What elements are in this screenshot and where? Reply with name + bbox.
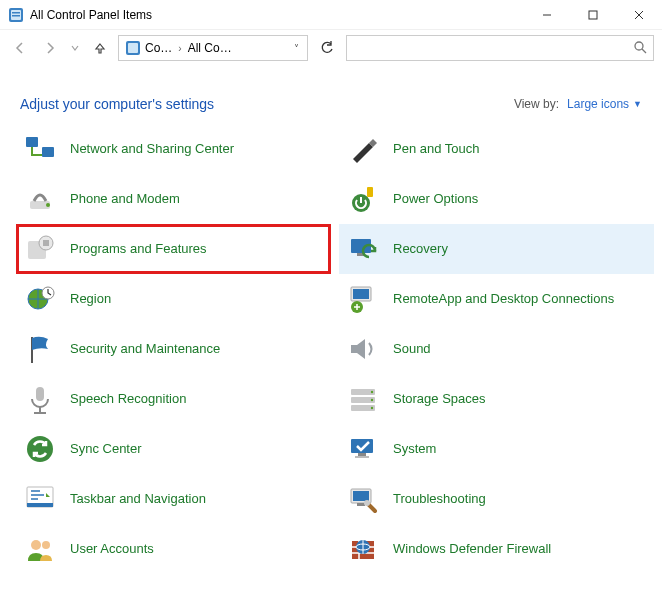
item-label: Taskbar and Navigation xyxy=(70,491,206,507)
item-label: Network and Sharing Center xyxy=(70,141,234,157)
item-label: System xyxy=(393,441,436,457)
item-recovery[interactable]: Recovery xyxy=(339,224,654,274)
item-label: Security and Maintenance xyxy=(70,341,220,357)
svg-rect-3 xyxy=(12,15,20,17)
svg-rect-5 xyxy=(589,11,597,19)
item-label: Troubleshooting xyxy=(393,491,486,507)
item-sync-center[interactable]: Sync Center xyxy=(16,424,331,474)
svg-rect-17 xyxy=(367,187,373,197)
svg-point-50 xyxy=(42,541,50,549)
titlebar: All Control Panel Items xyxy=(0,0,662,30)
recovery-icon xyxy=(345,231,381,267)
svg-line-11 xyxy=(642,49,646,53)
item-label: Pen and Touch xyxy=(393,141,480,157)
item-defender-firewall[interactable]: Windows Defender Firewall xyxy=(339,524,654,574)
item-label: Region xyxy=(70,291,111,307)
item-label: Recovery xyxy=(393,241,448,257)
svg-rect-27 xyxy=(353,289,369,299)
window-buttons xyxy=(524,0,662,29)
viewby-label: View by: xyxy=(514,97,559,111)
svg-rect-12 xyxy=(26,137,38,147)
system-icon xyxy=(345,431,381,467)
programs-icon xyxy=(22,231,58,267)
item-pen-touch[interactable]: Pen and Touch xyxy=(339,124,654,174)
viewby-dropdown[interactable]: Large icons ▼ xyxy=(567,97,642,111)
item-label: RemoteApp and Desktop Connections xyxy=(393,291,614,307)
address-bar[interactable]: Co… › All Co… ˅ xyxy=(118,35,308,61)
item-storage-spaces[interactable]: Storage Spaces xyxy=(339,374,654,424)
search-box[interactable] xyxy=(346,35,654,61)
item-label: Programs and Features xyxy=(70,241,207,257)
back-button[interactable] xyxy=(8,36,32,60)
item-taskbar-navigation[interactable]: Taskbar and Navigation xyxy=(16,474,331,524)
svg-rect-42 xyxy=(355,456,369,458)
control-panel-icon xyxy=(8,7,24,23)
address-segment-2[interactable]: All Co… xyxy=(188,41,232,55)
item-power-options[interactable]: Power Options xyxy=(339,174,654,224)
item-label: Windows Defender Firewall xyxy=(393,541,551,557)
svg-point-37 xyxy=(371,399,373,401)
users-icon xyxy=(22,531,58,567)
power-icon xyxy=(345,181,381,217)
item-label: User Accounts xyxy=(70,541,154,557)
region-icon xyxy=(22,281,58,317)
svg-point-38 xyxy=(371,407,373,409)
minimize-button[interactable] xyxy=(524,0,570,29)
item-sound[interactable]: Sound xyxy=(339,324,654,374)
address-dropdown-button[interactable]: ˅ xyxy=(287,43,305,54)
up-button[interactable] xyxy=(88,36,112,60)
item-label: Speech Recognition xyxy=(70,391,186,407)
svg-rect-2 xyxy=(12,12,20,14)
item-region[interactable]: Region xyxy=(16,274,331,324)
item-label: Sound xyxy=(393,341,431,357)
network-icon xyxy=(22,131,58,167)
svg-rect-47 xyxy=(357,503,365,506)
control-panel-small-icon xyxy=(125,40,141,56)
pen-icon xyxy=(345,131,381,167)
close-button[interactable] xyxy=(616,0,662,29)
item-speech-recognition[interactable]: Speech Recognition xyxy=(16,374,331,424)
forward-button[interactable] xyxy=(38,36,62,60)
svg-point-36 xyxy=(371,391,373,393)
item-security-maintenance[interactable]: Security and Maintenance xyxy=(16,324,331,374)
window-title: All Control Panel Items xyxy=(30,8,524,22)
svg-point-15 xyxy=(46,203,50,207)
firewall-icon xyxy=(345,531,381,567)
phone-icon xyxy=(22,181,58,217)
svg-rect-20 xyxy=(43,240,49,246)
svg-point-10 xyxy=(635,42,643,50)
address-segment-1[interactable]: Co… xyxy=(145,41,172,55)
troubleshooting-icon xyxy=(345,481,381,517)
item-label: Storage Spaces xyxy=(393,391,486,407)
item-troubleshooting[interactable]: Troubleshooting xyxy=(339,474,654,524)
item-remoteapp[interactable]: RemoteApp and Desktop Connections xyxy=(339,274,654,324)
chevron-down-icon: ▼ xyxy=(633,99,642,109)
item-network-sharing[interactable]: Network and Sharing Center xyxy=(16,124,331,174)
chevron-right-icon[interactable]: › xyxy=(176,43,183,54)
microphone-icon xyxy=(22,381,58,417)
item-programs-features[interactable]: Programs and Features xyxy=(16,224,331,274)
refresh-button[interactable] xyxy=(314,35,340,61)
svg-rect-44 xyxy=(27,503,53,507)
item-user-accounts[interactable]: User Accounts xyxy=(16,524,331,574)
storage-icon xyxy=(345,381,381,417)
svg-rect-41 xyxy=(358,453,366,456)
item-system[interactable]: System xyxy=(339,424,654,474)
item-label: Sync Center xyxy=(70,441,142,457)
svg-point-39 xyxy=(27,436,53,462)
svg-rect-46 xyxy=(353,491,369,501)
svg-rect-30 xyxy=(36,387,44,401)
svg-rect-40 xyxy=(351,439,373,453)
maximize-button[interactable] xyxy=(570,0,616,29)
svg-rect-13 xyxy=(42,147,54,157)
items-grid: Network and Sharing Center Pen and Touch… xyxy=(0,124,662,582)
svg-point-48 xyxy=(364,500,370,506)
item-phone-modem[interactable]: Phone and Modem xyxy=(16,174,331,224)
item-label: Phone and Modem xyxy=(70,191,180,207)
heading-row: Adjust your computer's settings View by:… xyxy=(0,66,662,124)
search-icon xyxy=(633,40,647,57)
recent-locations-button[interactable] xyxy=(68,36,82,60)
viewby-value-text: Large icons xyxy=(567,97,629,111)
taskbar-icon xyxy=(22,481,58,517)
svg-rect-9 xyxy=(128,43,138,53)
